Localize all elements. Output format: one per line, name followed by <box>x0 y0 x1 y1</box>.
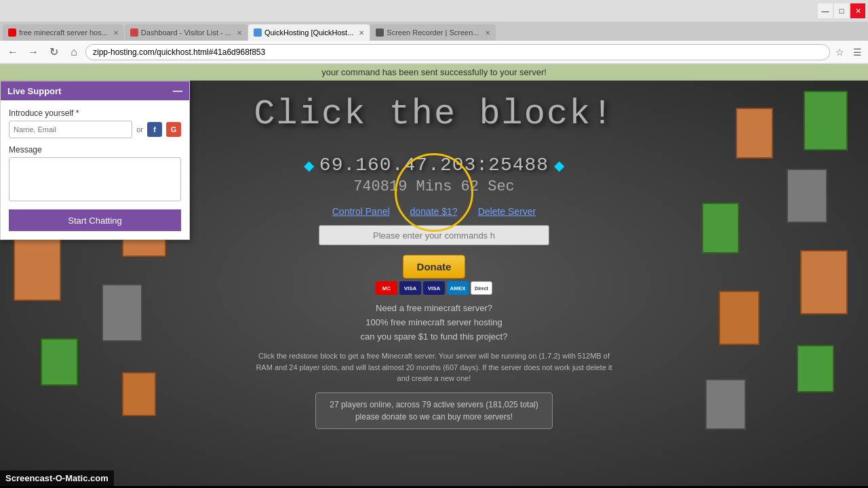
message-label: Message <box>9 145 181 155</box>
or-text: or <box>136 125 143 134</box>
tabs-bar: free minecraft server hos... ✕ Dashboard… <box>0 22 868 41</box>
close-button[interactable]: ✕ <box>850 3 865 18</box>
facebook-icon[interactable]: f <box>147 122 162 137</box>
name-input[interactable] <box>9 121 132 138</box>
donate-button[interactable]: Donate <box>403 255 466 279</box>
server-time: 740819 Mins 62 Sec <box>353 178 515 195</box>
diamond-icon-right: ◆ <box>554 157 564 174</box>
main-content: Click the block! ◆ 69.160.47.203:25488 ◆… <box>0 81 868 486</box>
tab-close-3[interactable]: ✕ <box>485 29 490 37</box>
tab-3[interactable]: Screen Recorder | Screen... ✕ <box>370 24 495 41</box>
delete-server-link[interactable]: Delete Server <box>478 206 536 217</box>
command-input[interactable] <box>319 225 549 245</box>
tab-label-3: Screen Recorder | Screen... <box>387 28 479 37</box>
nav-bar: ← → ↻ ⌂ ☆ ☰ <box>0 41 868 64</box>
menu-icon[interactable]: ☰ <box>850 45 864 59</box>
introduce-label: Introduce yourself * <box>9 108 181 118</box>
server-links[interactable]: Control Panel donate $1? Delete Server <box>332 206 536 217</box>
server-time-container: 740819 Mins 62 Sec <box>353 178 515 206</box>
title-bar: — □ ✕ <box>0 0 868 22</box>
tab-1[interactable]: Dashboard - Visitor List - ... ✕ <box>125 24 248 41</box>
tab-close-1[interactable]: ✕ <box>237 29 242 37</box>
support-body: Introduce yourself * or f G Message Star… <box>1 100 189 239</box>
screencast-watermark: Screencast-O-Matic.com <box>0 470 114 486</box>
start-chat-button[interactable]: Start Chatting <box>9 209 181 231</box>
tab-0[interactable]: free minecraft server hos... ✕ <box>3 24 124 41</box>
amex-icon: AMEX <box>447 281 469 295</box>
page-title: Click the block! <box>254 94 614 134</box>
stats-line-2: please donate so we can buy more servers… <box>330 411 538 423</box>
nav-icons: ☆ ☰ <box>833 45 864 59</box>
tab-favicon-1 <box>130 28 138 37</box>
mastercard-icon: MC <box>376 281 397 295</box>
name-row: or f G <box>9 121 181 138</box>
stats-line-1: 27 players online, across 79 active serv… <box>330 399 538 411</box>
minimize-button[interactable]: — <box>818 3 833 18</box>
maximize-button[interactable]: □ <box>834 3 849 18</box>
support-title: Live Support <box>7 86 61 96</box>
control-panel-link[interactable]: Control Panel <box>332 206 390 217</box>
tab-close-0[interactable]: ✕ <box>113 29 119 37</box>
visa-icon-2: VISA <box>423 281 445 295</box>
tab-label-1: Dashboard - Visitor List - ... <box>141 28 231 37</box>
support-minimize-button[interactable]: — <box>173 85 182 96</box>
stats-box: 27 players online, across 79 active serv… <box>315 392 553 429</box>
tab-label-2: QuickHosting [QuickHost... <box>264 28 353 37</box>
live-support-panel: Live Support — Introduce yourself * or f… <box>0 81 190 240</box>
window-controls[interactable]: — □ ✕ <box>818 3 865 18</box>
info-line-2: 100% free minecraft server hosting <box>361 316 508 330</box>
address-bar[interactable] <box>85 44 830 60</box>
notification-bar: your command has been sent successfully … <box>0 64 868 81</box>
watermark-text: Screencast-O-Matic.com <box>5 473 108 483</box>
center-content: Click the block! ◆ 69.160.47.203:25488 ◆… <box>244 81 624 429</box>
server-ip: 69.160.47.203:25488 <box>319 155 549 176</box>
tab-label-0: free minecraft server hos... <box>19 28 108 37</box>
support-header: Live Support — <box>1 81 189 100</box>
diamond-icon-left: ◆ <box>304 157 314 174</box>
notification-text: your command has been sent successfully … <box>321 67 547 77</box>
info-line-1: Need a free minecraft server? <box>361 302 508 316</box>
info-text: Need a free minecraft server? 100% free … <box>361 302 508 344</box>
google-icon[interactable]: G <box>166 122 181 137</box>
star-icon[interactable]: ☆ <box>833 45 846 59</box>
donate-link[interactable]: donate $1? <box>410 206 458 217</box>
back-button[interactable]: ← <box>4 43 22 61</box>
browser-chrome: — □ ✕ free minecraft server hos... ✕ Das… <box>0 0 868 64</box>
visa-icon-1: VISA <box>399 281 421 295</box>
server-ip-row: ◆ 69.160.47.203:25488 ◆ <box>304 155 564 176</box>
home-button[interactable]: ⌂ <box>65 43 83 61</box>
tab-close-2[interactable]: ✕ <box>359 29 364 37</box>
tab-favicon-0 <box>8 28 16 37</box>
refresh-button[interactable]: ↻ <box>45 43 62 61</box>
description-text: Click the redstone block to get a free M… <box>251 350 617 384</box>
forward-button[interactable]: → <box>24 43 42 61</box>
message-textarea[interactable] <box>9 157 181 201</box>
tab-favicon-3 <box>376 28 384 37</box>
info-line-3: can you spare $1 to fund this project? <box>361 330 508 344</box>
tab-2[interactable]: QuickHosting [QuickHost... ✕ <box>248 24 370 41</box>
tab-favicon-2 <box>254 28 262 37</box>
payment-icons: MC VISA VISA AMEX Direct <box>376 281 492 295</box>
direct-icon: Direct <box>471 281 492 295</box>
